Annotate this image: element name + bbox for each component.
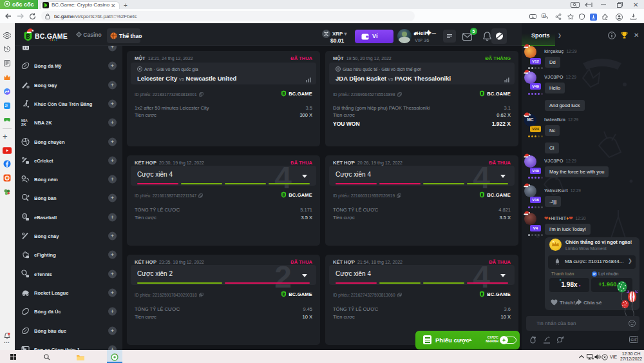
svg-text:GIF: GIF <box>630 338 637 342</box>
svg-text:2K: 2K <box>21 123 26 126</box>
svg-text:a: a <box>543 14 545 17</box>
svg-text:P: P <box>593 272 596 276</box>
